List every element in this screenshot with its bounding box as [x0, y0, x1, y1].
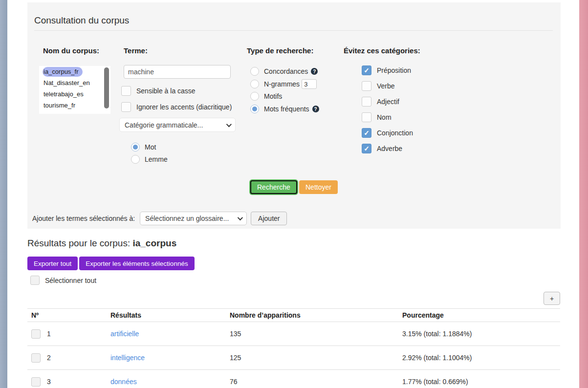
row-percentage: 3.15% (total: 1.1884%)	[398, 330, 560, 338]
preposition-checkbox[interactable]: ✓	[362, 65, 371, 75]
avoid-adjectif-option[interactable]: ✓ Adjectif	[362, 97, 399, 107]
avoid-categories-label: Évitez ces catégories:	[344, 46, 420, 55]
table-header-row: Nº Résultats Nombre d’apparitions Pource…	[27, 308, 560, 322]
add-column-button[interactable]: +	[544, 292, 560, 305]
row-checkbox[interactable]: ✓	[31, 353, 41, 363]
search-type-label: Type de recherche:	[247, 46, 313, 55]
ngrams-size-input[interactable]	[302, 79, 317, 89]
row-percentage: 2.92% (total: 1.1004%)	[398, 354, 560, 362]
header-term: Résultats	[107, 311, 226, 319]
nom-checkbox[interactable]: ✓	[362, 112, 371, 122]
avoid-conjonction-option[interactable]: ✓ Conjonction	[362, 128, 413, 138]
corpus-listbox[interactable]: ia_corpus_fr Nat_disaster_en teletrabajo…	[39, 66, 110, 114]
term-input[interactable]	[124, 65, 231, 79]
results-corpus-name: ia_corpus	[132, 238, 176, 248]
header-count: Nombre d’apparitions	[226, 311, 398, 319]
result-term-link[interactable]: données	[110, 378, 137, 386]
header-num: Nº	[27, 311, 107, 319]
result-term-link[interactable]: artificielle	[110, 330, 139, 338]
add-to-glossary-button[interactable]: Ajouter	[251, 212, 287, 225]
avoid-nom-option[interactable]: ✓ Nom	[362, 112, 392, 122]
glossary-select[interactable]: Sélectionnez un glossaire...	[140, 212, 247, 225]
avoid-adverbe-option[interactable]: ✓ Adverbe	[362, 144, 402, 153]
search-button[interactable]: Recherche	[250, 180, 297, 194]
mot-option[interactable]: Mot	[131, 143, 156, 151]
adjectif-checkbox[interactable]: ✓	[362, 97, 371, 107]
row-number: 2	[47, 354, 51, 362]
row-count: 76	[226, 378, 398, 386]
select-all-checkbox[interactable]: ✓	[30, 276, 40, 285]
export-selected-button[interactable]: Exporter les éléments sélectionnés	[79, 257, 194, 270]
corpus-option[interactable]: Nat_disaster_en	[39, 77, 110, 88]
divider	[34, 30, 553, 31]
verbe-checkbox[interactable]: ✓	[362, 81, 371, 91]
term-label: Terme:	[124, 46, 148, 55]
avoid-preposition-option[interactable]: ✓ Préposition	[362, 65, 411, 75]
export-all-button[interactable]: Exporter tout	[27, 257, 78, 270]
results-heading: Résultats pour le corpus: ia_corpus	[27, 238, 176, 249]
glossary-label: Ajouter les termes sélectionnés à:	[32, 215, 135, 222]
glossary-row: Ajouter les termes sélectionnés à: Sélec…	[32, 212, 287, 225]
help-icon[interactable]: ?	[312, 106, 319, 112]
table-row: ✓ 2 intelligence 125 2.92% (total: 1.100…	[27, 346, 560, 370]
concordances-radio[interactable]	[250, 67, 259, 76]
row-checkbox[interactable]: ✓	[31, 377, 41, 387]
row-checkbox[interactable]: ✓	[31, 329, 41, 339]
table-row: ✓ 3 données 76 1.77% (total: 0.669%)	[27, 370, 560, 388]
table-row: ✓ 1 artificielle 135 3.15% (total: 1.188…	[27, 322, 560, 346]
select-all-option[interactable]: ✓ Sélectionner tout	[30, 276, 96, 285]
export-buttons: Exporter tout Exporter les éléments séle…	[27, 257, 195, 270]
results-table: Nº Résultats Nombre d’apparitions Pource…	[27, 308, 560, 388]
case-sensitive-checkbox[interactable]: ✓	[121, 86, 131, 96]
clear-button[interactable]: Nettoyer	[299, 180, 338, 194]
conjonction-checkbox[interactable]: ✓	[362, 128, 371, 138]
motifs-radio[interactable]	[250, 92, 259, 101]
ignore-accents-checkbox[interactable]: ✓	[121, 102, 131, 112]
chevron-down-icon	[226, 121, 232, 127]
corpus-option[interactable]: teletrabajo_es	[39, 88, 110, 100]
ngrams-radio[interactable]	[250, 80, 259, 88]
lemme-option[interactable]: Lemme	[131, 155, 168, 164]
row-count: 125	[226, 354, 398, 362]
row-percentage: 1.77% (total: 0.669%)	[398, 378, 560, 386]
motifs-option[interactable]: Motifs	[250, 92, 282, 101]
concordances-option[interactable]: Concordances ?	[250, 67, 318, 76]
help-icon[interactable]: ?	[311, 68, 318, 75]
panel-title: Consultation du corpus	[34, 15, 129, 26]
ignore-accents-option[interactable]: ✓ Ignorer les accents (diacritique)	[121, 102, 232, 112]
ngrams-option[interactable]: N-grammes	[250, 79, 317, 89]
frequent-words-radio[interactable]	[250, 105, 259, 113]
grammatical-category-select[interactable]: Catégorie grammaticale...	[119, 118, 236, 132]
row-number: 3	[47, 378, 51, 386]
listbox-scrollbar[interactable]	[104, 67, 109, 108]
row-number: 1	[47, 330, 51, 338]
corpus-list-label: Nom du corpus:	[43, 46, 99, 55]
frequent-words-option[interactable]: Mots fréquents ?	[250, 105, 319, 113]
adverbe-checkbox[interactable]: ✓	[362, 144, 371, 153]
corpus-option-selected[interactable]: ia_corpus_fr	[39, 66, 110, 77]
page-right-border	[579, 0, 588, 388]
chevron-down-icon	[238, 215, 243, 220]
mot-radio[interactable]	[131, 143, 140, 151]
lemme-radio[interactable]	[131, 155, 140, 164]
header-pct: Pourcentage	[398, 311, 560, 319]
result-term-link[interactable]: intelligence	[110, 354, 145, 362]
corpus-option[interactable]: tourisme_fr	[39, 100, 110, 111]
page-left-border	[0, 0, 7, 388]
row-count: 135	[226, 330, 398, 338]
case-sensitive-option[interactable]: ✓ Sensible à la casse	[121, 86, 196, 96]
avoid-verbe-option[interactable]: ✓ Verbe	[362, 81, 395, 91]
consultation-panel: Consultation du corpus Nom du corpus: Te…	[27, 2, 561, 229]
